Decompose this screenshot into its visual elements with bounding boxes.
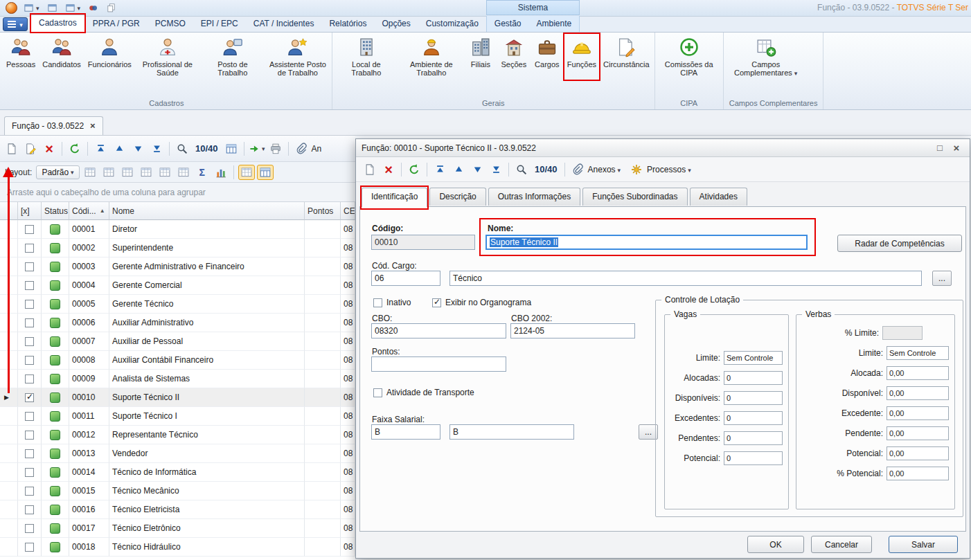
- table-row[interactable]: 00008Auxiliar Contábil Financeiro08: [0, 351, 355, 370]
- row-checkbox[interactable]: [25, 449, 34, 458]
- processos-dropdown[interactable]: Processos: [647, 165, 691, 174]
- header-code[interactable]: Códi...▲: [69, 202, 109, 220]
- vagas-limite-input[interactable]: Sem Controle: [724, 351, 783, 365]
- group-by-bar[interactable]: Arraste aqui o cabeçalho de uma coluna p…: [0, 183, 355, 202]
- verbas-excedente-input[interactable]: 0,00: [887, 406, 949, 420]
- row-checkbox[interactable]: [25, 412, 34, 421]
- calendar-view-button[interactable]: [223, 141, 240, 157]
- tab-ambiente[interactable]: Ambiente: [529, 16, 580, 32]
- ribbon-button-profissional-saude[interactable]: Profissional de Saúde: [135, 34, 200, 80]
- vagas-excedentes-input[interactable]: 0: [724, 411, 783, 425]
- document-tab[interactable]: Função - 03.9.0522: [4, 116, 103, 135]
- layout-grid-button-2[interactable]: [100, 165, 117, 180]
- inativo-label[interactable]: Inativo: [386, 298, 411, 307]
- ribbon-button-candidatos[interactable]: Candidatos: [39, 34, 84, 80]
- header-name[interactable]: Nome: [109, 202, 305, 220]
- window-layout-button[interactable]: [64, 1, 82, 15]
- table-row[interactable]: 00013Vendedor08: [0, 444, 355, 463]
- verbas-pct-potencial-input[interactable]: 0,00: [887, 467, 949, 480]
- new-record-button[interactable]: [3, 141, 20, 157]
- cancel-button[interactable]: Cancelar: [811, 536, 872, 553]
- tab-descricao[interactable]: Descrição: [429, 188, 486, 206]
- row-gutter[interactable]: [0, 519, 18, 538]
- table-row[interactable]: 00011Suporte Técnico I08: [0, 407, 355, 426]
- row-gutter[interactable]: [0, 407, 18, 426]
- edit-record-button[interactable]: [22, 141, 39, 157]
- ribbon-button-ambiente-trabalho[interactable]: Ambiente de Trabalho: [399, 34, 464, 80]
- organograma-checkbox[interactable]: [432, 298, 441, 307]
- layout-grid-button-6[interactable]: [175, 165, 192, 180]
- transporte-checkbox[interactable]: [373, 388, 382, 397]
- row-checkbox[interactable]: [25, 337, 34, 346]
- transporte-label[interactable]: Atividade de Transporte: [386, 388, 474, 397]
- cbo2002-input[interactable]: 2124-05: [510, 323, 635, 338]
- row-gutter[interactable]: [0, 444, 18, 463]
- cbo-input[interactable]: 08320: [371, 323, 506, 338]
- ribbon-button-local-trabalho[interactable]: Local de Trabalho: [334, 34, 399, 80]
- tab-cat-incidentes[interactable]: CAT / Incidentes: [246, 16, 322, 32]
- close-icon[interactable]: [90, 121, 96, 135]
- vagas-disponiveis-input[interactable]: 0: [724, 391, 783, 405]
- row-checkbox[interactable]: [25, 393, 34, 402]
- row-checkbox[interactable]: [25, 356, 34, 365]
- ribbon-button-pessoas[interactable]: Pessoas: [3, 34, 39, 80]
- maximize-icon[interactable]: [932, 142, 947, 154]
- sum-button[interactable]: Σ: [194, 165, 211, 180]
- row-checkbox[interactable]: [25, 318, 34, 327]
- table-row[interactable]: 00015Técnico Mecânico08: [0, 482, 355, 500]
- tab-customizacao[interactable]: Customização: [418, 16, 486, 32]
- ribbon-button-assistente-posto[interactable]: Assistente Posto de Trabalho: [265, 34, 330, 80]
- ribbon-button-comissoes-cipa[interactable]: Comissões da CIPA: [657, 34, 722, 80]
- inativo-checkbox[interactable]: [373, 298, 382, 307]
- ok-button[interactable]: OK: [747, 536, 804, 553]
- nav-next-button[interactable]: [469, 161, 486, 178]
- table-row[interactable]: 00007Auxiliar de Pessoal08: [0, 332, 355, 351]
- verbas-pct-limite-input[interactable]: [882, 326, 923, 340]
- ribbon-button-campos-complementares[interactable]: Campos Complementares: [725, 34, 807, 80]
- nav-prev-button[interactable]: [111, 141, 127, 157]
- row-gutter[interactable]: [0, 482, 18, 500]
- codigo-input[interactable]: 00010: [371, 235, 475, 250]
- row-gutter[interactable]: [0, 463, 18, 482]
- organograma-label[interactable]: Exibir no Organograma: [445, 298, 531, 307]
- table-row[interactable]: 00012Representante Técnico08: [0, 426, 355, 444]
- verbas-potencial-input[interactable]: 0,00: [887, 446, 949, 460]
- row-checkbox[interactable]: [25, 524, 34, 533]
- nav-prev-button[interactable]: [450, 161, 467, 178]
- ribbon-button-secoes[interactable]: Seções: [497, 34, 531, 80]
- attachments-button[interactable]: [293, 141, 310, 157]
- nav-first-button[interactable]: [92, 141, 109, 157]
- vagas-pendentes-input[interactable]: 0: [724, 431, 783, 445]
- dialog-titlebar[interactable]: Função: 00010 - Suporte Técnico II - 03.…: [356, 139, 970, 157]
- table-row[interactable]: 00016Técnico Eletricista08: [0, 500, 355, 519]
- layout-preset-dropdown[interactable]: Padrão: [36, 165, 79, 179]
- search-button[interactable]: [513, 161, 530, 178]
- save-button[interactable]: Salvar: [889, 536, 958, 553]
- table-row[interactable]: 00002Superintendente08: [0, 239, 355, 258]
- verbas-pendente-input[interactable]: 0,00: [887, 426, 949, 440]
- row-checkbox[interactable]: [25, 543, 34, 552]
- header-ce[interactable]: CE: [341, 202, 355, 220]
- radar-competencias-button[interactable]: Radar de Competências: [837, 235, 962, 252]
- view-menu-button[interactable]: [22, 1, 41, 15]
- tab-gestao[interactable]: Gestão: [487, 16, 529, 32]
- copy-button[interactable]: [105, 1, 118, 15]
- new-window-button[interactable]: [46, 1, 59, 15]
- faixa-final-input[interactable]: B: [449, 424, 574, 440]
- layout-grid-button-5[interactable]: [157, 165, 173, 180]
- tab-relatorios[interactable]: Relatórios: [321, 16, 374, 32]
- nav-next-button[interactable]: [130, 141, 146, 157]
- tab-outras-informacoes[interactable]: Outras Informações: [488, 188, 580, 206]
- row-checkbox[interactable]: [25, 487, 34, 496]
- nav-last-button[interactable]: [148, 141, 165, 157]
- print-button[interactable]: [267, 141, 284, 157]
- table-row-selected[interactable]: 00010Suporte Técnico II08: [0, 388, 355, 407]
- table-row[interactable]: 00005Gerente Técnico08: [0, 295, 355, 314]
- ribbon-button-funcoes[interactable]: Funções: [564, 34, 600, 80]
- row-checkbox[interactable]: [25, 225, 34, 234]
- anexos-dropdown[interactable]: Anexos: [588, 165, 621, 174]
- header-pontos[interactable]: Pontos: [305, 202, 341, 220]
- nome-input[interactable]: Suporte Técnico II: [486, 235, 808, 250]
- ribbon-button-funcionarios[interactable]: Funcionários: [84, 34, 135, 80]
- table-row[interactable]: 00006Auxiliar Administrativo08: [0, 314, 355, 332]
